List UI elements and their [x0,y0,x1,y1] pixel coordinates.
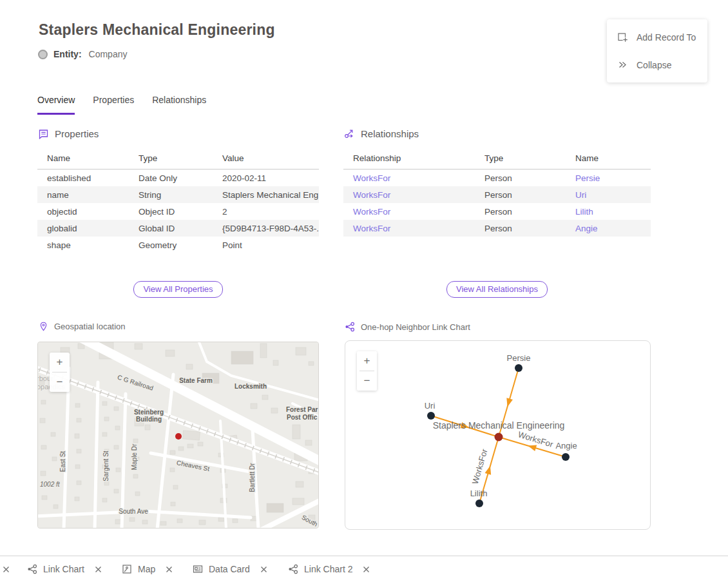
cell-value: {5D9B4713-F98D-4A53-... [213,224,319,233]
table-row: WorksFor Person Persie [343,170,651,186]
tab-relationships[interactable]: Relationships [152,92,206,115]
relationships-section-header: Relationships [344,128,419,139]
relationships-icon [344,128,355,139]
cell-type: String [129,190,213,200]
column-header-type: Type [129,153,213,163]
close-icon[interactable] [260,566,267,573]
column-header-name: Name [566,153,651,163]
column-header-type: Type [475,153,566,163]
node-angie[interactable] [562,453,570,461]
properties-table: Name Type Value established Date Only 20… [37,148,319,253]
zoom-in-button[interactable]: + [357,351,377,371]
map-label: Building [136,416,162,423]
zoom-out-button[interactable]: − [50,373,70,392]
zoom-in-button[interactable]: + [50,353,70,372]
table-row: name String Staplers Mechanical Eng... [37,186,319,203]
map-label: Locksmith [235,383,267,390]
node-label: Persie [507,353,531,363]
cell-value: 2020-02-11 [213,173,319,183]
entity-link[interactable]: Persie [566,173,651,183]
tab-bar: Overview Properties Relationships [37,92,206,115]
cell-name: globalid [37,224,129,233]
menu-item-label: Add Record To [637,32,696,43]
relationships-table: Relationship Type Name WorksFor Person P… [343,148,651,237]
table-row: globalid Global ID {5D9B4713-F98D-4A53-.… [37,220,319,237]
entity-label: Entity: [53,49,82,59]
bottom-tab-link-chart-2[interactable]: Link Chart 2 [288,556,370,582]
view-all-properties-button[interactable]: View All Properties [133,281,222,298]
properties-section-header: Properties [38,128,99,139]
cell-name: name [37,190,129,200]
bottom-tab-map[interactable]: Map [122,556,173,582]
link-chart-icon [288,564,298,574]
collapse-button[interactable]: Collapse [607,51,707,79]
add-record-to-button[interactable]: Add Record To [607,23,707,51]
add-record-icon [617,32,628,43]
geospatial-section-title: Geospatial location [54,322,126,331]
cell-value: Staplers Mechanical Eng... [213,190,319,200]
map-canvas[interactable]: C G Railroad State Farm Locksmith Steinb… [38,342,318,529]
close-icon[interactable] [363,566,370,573]
close-icon[interactable] [95,566,102,573]
relationship-link[interactable]: WorksFor [343,207,475,217]
cell-type: Person [475,207,566,217]
bottom-tab-label: Map [138,564,155,574]
link-chart-canvas[interactable]: WorksFor WorksFor Staplers Mechanical En… [345,341,651,530]
table-row: WorksFor Person Angie [343,220,651,237]
close-icon[interactable] [166,566,173,573]
bottom-tab-partial[interactable] [0,556,10,582]
relationship-link[interactable]: WorksFor [343,224,475,233]
map-zoom-control: + − [50,353,70,392]
column-header-name: Name [37,153,129,163]
node-label: Angie [555,441,577,451]
map-label: Maple Dr [131,443,138,470]
relationship-link[interactable]: WorksFor [343,190,475,200]
properties-icon [38,128,49,139]
map-label: Steinberg [134,409,164,416]
close-icon [3,566,10,573]
entity-type-dot [38,50,48,59]
bottom-tab-data-card[interactable]: Data Card [193,556,267,582]
geospatial-map[interactable]: C G Railroad State Farm Locksmith Steinb… [37,342,319,529]
entity-link[interactable]: Uri [566,190,651,200]
table-row: WorksFor Person Uri [343,186,651,203]
node-label: Uri [425,401,436,411]
bottom-tab-link-chart[interactable]: Link Chart [27,556,102,582]
map-pin-icon [39,322,48,331]
entity-row: Entity: Company [38,49,127,59]
cell-name: established [37,173,129,183]
view-all-relationships-button[interactable]: View All Relationships [446,281,548,298]
tab-overview[interactable]: Overview [37,92,75,115]
geospatial-section-header: Geospatial location [39,322,126,331]
node-lilith[interactable] [475,500,483,507]
node-uri[interactable] [427,412,435,420]
properties-section-title: Properties [55,128,99,139]
cell-type: Object ID [129,207,213,217]
context-menu: Add Record To Collapse [607,19,707,82]
bottom-tab-bar: Link Chart Map Data Card [0,556,728,582]
link-chart-section-title: One-hop Neighbor Link Chart [361,322,470,332]
entity-link[interactable]: Lilith [566,207,651,217]
column-header-value: Value [213,153,319,163]
cell-name: shape [37,240,129,250]
cell-name: objectid [37,207,129,217]
relationships-table-header: Relationship Type Name [343,148,651,170]
bottom-tab-label: Data Card [209,564,250,574]
one-hop-link-chart[interactable]: WorksFor WorksFor Staplers Mechanical En… [345,340,651,530]
tab-properties[interactable]: Properties [93,92,134,115]
menu-item-label: Collapse [637,60,671,70]
cell-value: Point [213,240,319,250]
map-marker[interactable] [175,433,182,440]
map-label: East St [59,451,66,472]
node-label: Lilith [470,489,488,498]
map-label: Sargent St [102,451,110,481]
entity-link[interactable]: Angie [566,224,651,233]
page-title: Staplers Mechanical Engineering [39,21,275,39]
node-center[interactable] [495,433,503,441]
map-label: South Ave [119,508,148,515]
properties-table-header: Name Type Value [37,148,319,170]
relationship-link[interactable]: WorksFor [343,173,475,183]
zoom-out-button[interactable]: − [357,371,377,391]
map-icon [122,564,132,574]
node-persie[interactable] [515,364,522,372]
